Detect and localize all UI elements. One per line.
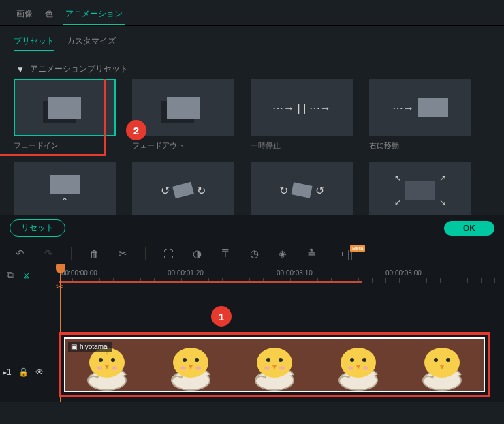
beta-badge: Beta	[350, 245, 365, 252]
timeline-clip[interactable]: ▣ hiyotama	[64, 337, 485, 392]
preset-fade-out[interactable]: フェードアウト	[132, 79, 234, 151]
undo-icon[interactable]: ↶	[14, 247, 26, 260]
lock-icon[interactable]: 🔒	[18, 367, 29, 377]
svg-point-3	[111, 358, 115, 362]
track-toggle-icon[interactable]: ▸1	[3, 367, 12, 377]
svg-point-15	[257, 348, 292, 378]
chevron-down-icon: ▼	[16, 65, 25, 74]
text-icon[interactable]: ₸	[219, 247, 232, 260]
ruler-tick: 00:00:01:20	[168, 269, 204, 277]
cut-icon[interactable]: ✂	[116, 247, 129, 260]
link-icon[interactable]: ⧖	[23, 269, 30, 281]
svg-point-9	[183, 358, 187, 362]
eye-icon[interactable]: 👁	[35, 367, 44, 377]
svg-point-5	[97, 366, 102, 369]
tab-customize[interactable]: カスタマイズ	[67, 33, 116, 51]
tab-animation[interactable]: アニメーション	[63, 4, 125, 25]
section-animation-preset[interactable]: ▼ アニメーションプリセット	[0, 54, 504, 79]
preset-label: 右に移動	[369, 140, 471, 151]
preset-pause[interactable]: ⋯→ | | ⋯→ 一時停止	[251, 79, 353, 151]
svg-point-23	[350, 358, 354, 362]
svg-point-26	[348, 366, 353, 369]
image-icon: ▣	[71, 343, 77, 350]
reset-button[interactable]: リセット	[10, 219, 65, 237]
tab-preset[interactable]: プリセット	[14, 33, 54, 51]
adjust-icon[interactable]: ≛	[305, 247, 317, 260]
preset-item[interactable]: ↻ ↺	[251, 162, 353, 215]
svg-point-19	[264, 366, 270, 369]
tab-color[interactable]: 色	[42, 4, 56, 25]
svg-point-8	[173, 348, 208, 378]
redo-icon[interactable]: ↷	[42, 247, 54, 260]
delete-icon[interactable]: 🗑	[88, 247, 100, 260]
ruler-tick: 00:00:00:00	[61, 269, 97, 277]
svg-point-10	[195, 358, 199, 362]
preset-item[interactable]: ↺ ↻	[132, 162, 234, 215]
tab-image[interactable]: 画像	[14, 4, 35, 25]
svg-point-16	[266, 358, 270, 362]
svg-point-22	[341, 348, 376, 378]
preset-label: 一時停止	[251, 140, 353, 151]
ruler-tick: 00:00:05:00	[385, 269, 422, 277]
svg-point-17	[279, 358, 283, 362]
crop-icon[interactable]: ⛶	[162, 247, 174, 260]
svg-point-31	[446, 358, 450, 362]
preset-item[interactable]: ⌃	[14, 162, 116, 215]
section-title: アニメーションプリセット	[30, 63, 128, 75]
preset-label: フェードアウト	[132, 140, 234, 151]
svg-point-6	[112, 366, 117, 369]
svg-point-27	[363, 366, 368, 369]
preset-move-right[interactable]: ⋯→ 右に移動	[369, 79, 471, 151]
annotation-box-clip: ▣ hiyotama	[59, 332, 490, 397]
keyframe-icon[interactable]: ◈	[277, 247, 289, 260]
preset-item[interactable]: ↖ ↗ ↙ ↘	[369, 162, 471, 215]
svg-point-24	[362, 358, 366, 362]
preset-fade-in[interactable]: フェードイン	[14, 79, 116, 151]
audio-icon[interactable]: ၊၊||	[334, 247, 346, 260]
svg-point-13	[195, 366, 201, 369]
annotation-marker-1: 1	[211, 306, 232, 327]
svg-point-2	[99, 358, 103, 362]
ruler-tick: 00:00:03:10	[277, 269, 313, 277]
timeline-ruler[interactable]: 00:00:00:00 00:00:01:20 00:00:03:10 00:0…	[59, 267, 504, 283]
palette-icon[interactable]: ◑	[191, 247, 203, 260]
speed-icon[interactable]: ◷	[248, 247, 260, 260]
svg-point-30	[434, 358, 438, 362]
copy-icon[interactable]: ⧉	[7, 269, 14, 281]
ruler-range	[59, 281, 362, 283]
ok-button[interactable]: OK	[444, 221, 494, 236]
clip-name: hiyotama	[80, 343, 108, 350]
preset-label: フェードイン	[14, 140, 116, 151]
svg-point-20	[279, 366, 285, 369]
svg-point-29	[424, 348, 460, 378]
svg-point-12	[180, 366, 186, 369]
